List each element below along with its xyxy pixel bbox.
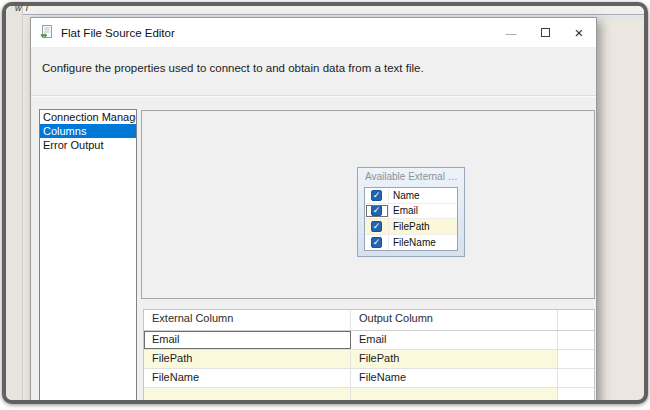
- grid-row-filepath: FilePath FilePath: [144, 350, 594, 369]
- cell-external-filepath[interactable]: FilePath: [144, 350, 351, 368]
- checked-checkbox-icon[interactable]: ✓: [371, 237, 382, 248]
- aec-column-label[interactable]: Name: [389, 190, 420, 201]
- background-window-top-edge: [6, 6, 644, 15]
- checkbox-cell-focused: ✓: [365, 204, 389, 219]
- cell-external-email[interactable]: Email: [144, 331, 351, 349]
- cell-output-filename[interactable]: FileName: [351, 369, 558, 387]
- maximize-button[interactable]: [528, 18, 562, 47]
- dialog-description: Configure the properties used to connect…: [42, 62, 424, 74]
- checked-checkbox-icon[interactable]: ✓: [371, 221, 382, 232]
- cell-output-empty[interactable]: [351, 388, 558, 404]
- aec-row-email[interactable]: ✓ Email: [365, 204, 457, 220]
- available-external-columns-caption: Available External Columns: [358, 168, 458, 182]
- aec-column-label[interactable]: FileName: [389, 237, 436, 248]
- background-window-left-edge: [6, 6, 23, 400]
- aec-row-name[interactable]: ✓ Name: [365, 188, 457, 204]
- checked-checkbox-icon[interactable]: ✓: [371, 205, 382, 216]
- cell-external-filename[interactable]: FileName: [144, 369, 351, 387]
- aec-row-filepath[interactable]: ✓ FilePath: [365, 219, 457, 235]
- cell-filler: [558, 369, 594, 387]
- nav-item-error-output[interactable]: Error Output: [40, 138, 136, 152]
- checkbox-cell: ✓: [365, 235, 389, 251]
- header-external-column[interactable]: External Column: [144, 310, 351, 330]
- grid-header-row: External Column Output Column: [144, 310, 594, 331]
- nav-item-connection-manager[interactable]: Connection Manager: [40, 110, 136, 124]
- cell-output-email[interactable]: Email: [351, 331, 558, 349]
- grid-row-empty: [144, 388, 594, 404]
- grid-row-email: Email Email: [144, 331, 594, 350]
- page-list: Connection Manager Columns Error Output: [39, 109, 137, 404]
- flat-file-source-icon: [40, 25, 54, 40]
- nav-item-columns[interactable]: Columns: [40, 124, 136, 138]
- grid-row-filename: FileName FileName: [144, 369, 594, 388]
- background-menu-fragment: w T: [15, 3, 41, 15]
- header-output-column[interactable]: Output Column: [351, 310, 558, 330]
- cell-filler: [558, 331, 594, 349]
- maximize-icon: [541, 28, 550, 37]
- title-bar: Flat File Source Editor — ×: [31, 18, 596, 47]
- aec-row-filename[interactable]: ✓ FileName: [365, 235, 457, 251]
- cell-filler: [558, 388, 594, 404]
- cell-output-filepath[interactable]: FilePath: [351, 350, 558, 368]
- minimize-button[interactable]: —: [494, 18, 528, 47]
- close-button[interactable]: ×: [562, 18, 596, 47]
- header-separator: [31, 95, 596, 97]
- checkbox-cell: ✓: [365, 188, 389, 203]
- checkbox-cell: ✓: [365, 219, 389, 234]
- screenshot-frame: w T Flat File Source Editor — × Configur…: [2, 2, 648, 404]
- cell-filler: [558, 350, 594, 368]
- flat-file-source-editor-dialog: Flat File Source Editor — × Configure th…: [30, 17, 597, 404]
- header-filler: [558, 310, 594, 330]
- checked-checkbox-icon[interactable]: ✓: [371, 190, 382, 201]
- available-external-columns-box[interactable]: Available External Columns ✓ Name ✓ Emai…: [357, 167, 465, 257]
- aec-column-label[interactable]: Email: [389, 205, 418, 216]
- aec-column-label[interactable]: FilePath: [389, 221, 430, 232]
- column-mapping-grid: External Column Output Column Email Emai…: [143, 309, 595, 404]
- available-external-columns-list: ✓ Name ✓ Email ✓ FilePath: [364, 187, 458, 251]
- dialog-title: Flat File Source Editor: [61, 27, 175, 39]
- cell-external-empty[interactable]: [144, 388, 351, 404]
